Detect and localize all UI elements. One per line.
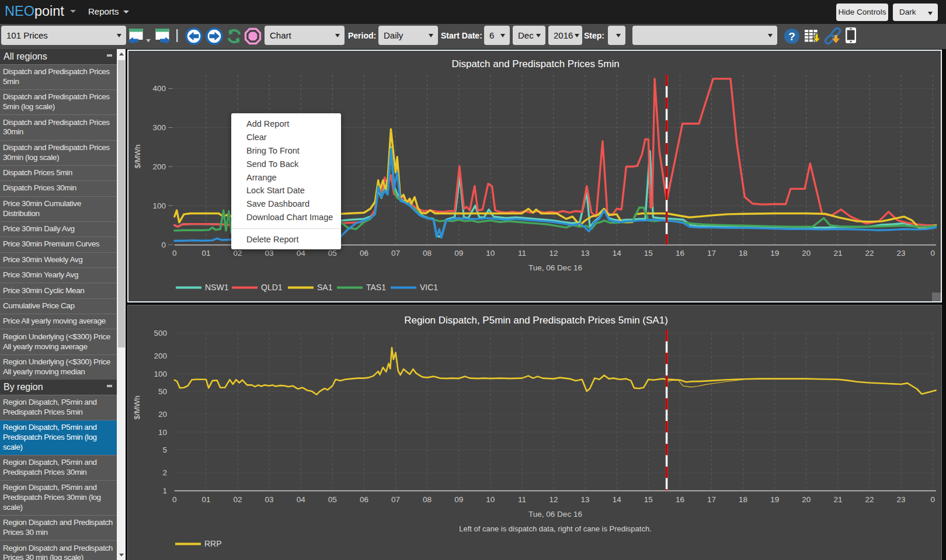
svg-text:20: 20 — [158, 410, 167, 419]
svg-text:$/MWh: $/MWh — [133, 144, 142, 168]
svg-text:500: 500 — [154, 329, 167, 338]
svg-text:200: 200 — [152, 162, 166, 171]
svg-text:11: 11 — [518, 495, 526, 504]
svg-text:08: 08 — [423, 249, 432, 258]
svg-text:18: 18 — [739, 495, 747, 504]
svg-text:01: 01 — [201, 495, 210, 504]
svg-text:Dispatch and Predispatch Price: Dispatch and Predispatch Prices 5min — [451, 58, 619, 69]
svg-text:02: 02 — [233, 249, 242, 258]
svg-text:12: 12 — [549, 249, 558, 258]
svg-text:50: 50 — [158, 387, 167, 396]
svg-text:22: 22 — [865, 249, 874, 258]
svg-text:0: 0 — [930, 495, 935, 504]
svg-text:0: 0 — [172, 495, 177, 504]
svg-text:10: 10 — [158, 428, 167, 437]
svg-text:13: 13 — [581, 249, 590, 258]
svg-text:20: 20 — [802, 495, 811, 504]
svg-text:RRP: RRP — [204, 539, 222, 548]
svg-text:0: 0 — [161, 241, 166, 249]
svg-text:0: 0 — [172, 249, 177, 258]
svg-text:$/MWh: $/MWh — [133, 395, 141, 419]
svg-text:03: 03 — [265, 249, 274, 258]
svg-text:1: 1 — [162, 486, 167, 495]
svg-text:21: 21 — [833, 249, 842, 258]
svg-text:11: 11 — [518, 249, 526, 258]
svg-text:Tue, 06 Dec 16: Tue, 06 Dec 16 — [528, 510, 582, 519]
svg-text:19: 19 — [770, 249, 779, 258]
svg-text:01: 01 — [201, 249, 210, 258]
svg-text:QLD1: QLD1 — [261, 283, 283, 292]
svg-text:400: 400 — [152, 84, 166, 93]
svg-text:Tue, 06 Dec 16: Tue, 06 Dec 16 — [528, 263, 582, 272]
svg-text:21: 21 — [833, 495, 842, 504]
svg-text:200: 200 — [154, 352, 167, 360]
svg-text:TAS1: TAS1 — [366, 283, 386, 292]
svg-text:17: 17 — [707, 249, 716, 258]
svg-text:?: ? — [788, 30, 795, 43]
svg-text:23: 23 — [897, 249, 906, 258]
svg-text:12: 12 — [549, 495, 558, 504]
svg-text:10: 10 — [486, 495, 495, 504]
svg-text:06: 06 — [360, 495, 368, 504]
svg-text:16: 16 — [676, 249, 684, 258]
svg-text:VIC1: VIC1 — [420, 283, 438, 292]
svg-text:15: 15 — [644, 495, 653, 504]
svg-text:05: 05 — [328, 249, 337, 258]
svg-text:NSW1: NSW1 — [205, 283, 229, 292]
svg-text:100: 100 — [154, 370, 167, 378]
svg-text:06: 06 — [360, 249, 368, 258]
svg-text:5: 5 — [162, 446, 167, 454]
svg-text:Region Dispatch, P5min and Pre: Region Dispatch, P5min and Predispatch P… — [404, 315, 668, 326]
svg-text:14: 14 — [613, 249, 622, 258]
svg-text:07: 07 — [391, 249, 400, 258]
svg-text:19: 19 — [770, 495, 779, 504]
svg-text:09: 09 — [454, 495, 463, 504]
svg-text:100: 100 — [152, 201, 166, 210]
svg-text:300: 300 — [152, 123, 166, 132]
svg-text:15: 15 — [644, 249, 653, 258]
svg-text:10: 10 — [486, 249, 495, 258]
svg-text:17: 17 — [707, 495, 716, 504]
svg-text:09: 09 — [454, 249, 463, 258]
svg-text:14: 14 — [613, 495, 622, 504]
svg-text:08: 08 — [423, 495, 432, 504]
svg-text:03: 03 — [265, 495, 274, 504]
svg-text:04: 04 — [297, 249, 306, 258]
svg-text:22: 22 — [865, 495, 874, 504]
svg-text:16: 16 — [676, 495, 684, 504]
svg-text:SA1: SA1 — [317, 283, 333, 292]
svg-text:0: 0 — [930, 249, 935, 258]
svg-text:20: 20 — [802, 249, 811, 258]
svg-text:18: 18 — [739, 249, 747, 258]
svg-text:07: 07 — [391, 495, 400, 504]
svg-text:04: 04 — [297, 495, 306, 504]
svg-text:13: 13 — [581, 495, 590, 504]
svg-text:05: 05 — [328, 495, 337, 504]
svg-text:02: 02 — [233, 495, 242, 504]
svg-text:23: 23 — [897, 495, 906, 504]
svg-text:Left of cane is dispatch data,: Left of cane is dispatch data, right of … — [459, 524, 652, 533]
svg-text:2: 2 — [162, 468, 167, 477]
